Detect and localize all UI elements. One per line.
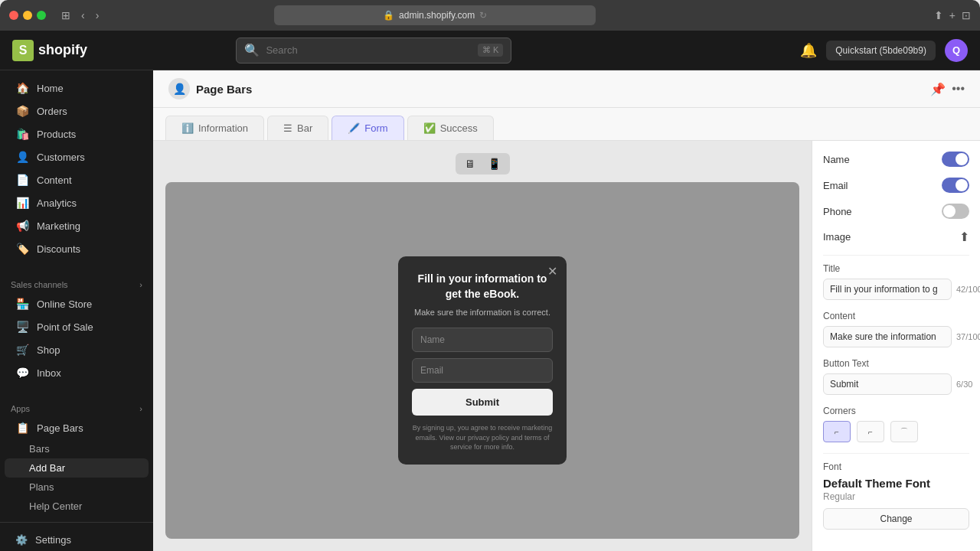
tab-form[interactable]: 🖊️ Form <box>332 116 403 140</box>
settings-divider-1 <box>823 255 969 256</box>
corner-sharp-btn[interactable]: ⌐ <box>823 421 851 442</box>
sidebar-item-analytics[interactable]: 📊 Analytics <box>5 191 149 214</box>
sidebar-settings[interactable]: ⚙️ Settings <box>5 529 149 551</box>
sidebar-item-customers[interactable]: 👤 Customers <box>5 145 149 168</box>
modal-close-button[interactable]: ✕ <box>547 264 557 279</box>
back-btn[interactable]: ‹ <box>78 8 88 23</box>
sidebar-item-products[interactable]: 🛍️ Products <box>5 122 149 145</box>
form-tab-icon: 🖊️ <box>348 122 360 134</box>
font-section: Default Theme Font Regular Change <box>823 477 969 530</box>
sidebar-sub-add-bar[interactable]: Add Bar <box>5 458 149 478</box>
sidebar-item-marketing[interactable]: 📢 Marketing <box>5 214 149 237</box>
new-tab-icon[interactable]: + <box>949 9 956 21</box>
sales-channels-label: Sales channels › <box>0 272 153 292</box>
tab-success[interactable]: ✅ Success <box>407 116 494 140</box>
sidebar-item-discounts[interactable]: 🏷️ Discounts <box>5 237 149 260</box>
pin-icon[interactable]: 📌 <box>930 82 946 96</box>
email-toggle[interactable] <box>942 178 969 193</box>
name-toggle[interactable] <box>942 152 969 167</box>
app-wrapper: S shopify 🔍 ⌘ K 🔔 Quickstart (5bde09b9) … <box>0 31 980 551</box>
sidebar-sub-help[interactable]: Help Center <box>5 497 149 516</box>
search-input[interactable] <box>266 44 472 56</box>
close-button[interactable] <box>9 11 18 20</box>
more-icon[interactable]: ••• <box>952 82 965 96</box>
analytics-icon: 📊 <box>15 197 29 209</box>
shopify-logo-icon: S <box>12 40 34 61</box>
settings-icon: ⚙️ <box>15 534 28 546</box>
settings-panel: Name Email Phone <box>812 141 980 551</box>
minimize-button[interactable] <box>23 11 32 20</box>
modal-name-input[interactable] <box>412 328 553 352</box>
reload-icon[interactable]: ↻ <box>479 10 487 21</box>
tab-bar[interactable]: ☰ Bar <box>267 116 328 140</box>
forward-btn[interactable]: › <box>93 8 103 23</box>
corner-slight-btn[interactable]: ⌐ <box>857 421 884 442</box>
title-field-label: Title <box>823 263 969 274</box>
avatar[interactable]: Q <box>945 39 968 62</box>
address-bar[interactable]: 🔒 admin.shopify.com ↻ <box>274 5 596 25</box>
email-toggle-thumb <box>956 179 968 191</box>
settings-divider-2 <box>823 453 969 454</box>
content-area: 👤 Page Bars 📌 ••• ℹ️ Information ☰ Bar <box>153 70 980 551</box>
settings-label: Settings <box>35 534 71 546</box>
button-text-input[interactable] <box>823 373 952 395</box>
phone-toggle[interactable] <box>942 204 969 219</box>
modal-email-input[interactable] <box>412 358 553 383</box>
button-text-field-label: Button Text <box>823 358 969 369</box>
upload-icon[interactable]: ⬆ <box>959 230 969 244</box>
search-bar[interactable]: 🔍 ⌘ K <box>236 37 511 64</box>
lock-icon: 🔒 <box>383 10 394 21</box>
mobile-view-btn[interactable]: 📱 <box>485 156 504 171</box>
sidebar-item-orders[interactable]: 📦 Orders <box>5 99 149 122</box>
expand-icon[interactable]: › <box>139 280 142 289</box>
shopify-logo-text: shopify <box>38 42 87 58</box>
sidebar-item-label: Inbox <box>37 367 61 379</box>
apps-expand-icon[interactable]: › <box>139 404 142 413</box>
sidebar-item-content[interactable]: 📄 Content <box>5 168 149 191</box>
sidebar-item-label: Home <box>37 83 64 94</box>
corners-row: ⌐ ⌐ ⌒ <box>823 421 969 442</box>
sidebar-item-label: Point of Sale <box>37 321 93 333</box>
phone-label: Phone <box>823 206 852 217</box>
sidebar-sub-bars[interactable]: Bars <box>5 439 149 458</box>
name-settings-row: Name <box>823 152 969 167</box>
page-header: 👤 Page Bars 📌 ••• <box>153 70 980 108</box>
sidebar-item-shop[interactable]: 🛒 Shop <box>5 338 149 361</box>
button-text-input-row: 6/30 <box>823 373 969 395</box>
sidebar-item-online-store[interactable]: 🏪 Online Store <box>5 292 149 315</box>
sidebar-sub-plans[interactable]: Plans <box>5 478 149 497</box>
font-style: Regular <box>823 491 969 502</box>
content-input[interactable] <box>823 326 952 347</box>
quickstart-button[interactable]: Quickstart (5bde09b9) <box>826 41 936 60</box>
phone-toggle-thumb <box>943 205 956 217</box>
tab-information[interactable]: ℹ️ Information <box>165 116 264 140</box>
modal-legal-text: By signing up, you agree to receive mark… <box>412 423 553 452</box>
desktop-view-btn[interactable]: 🖥 <box>462 156 479 171</box>
preview-canvas: ✕ Fill in your information to get the eB… <box>165 182 799 539</box>
notification-button[interactable]: 🔔 <box>800 42 817 59</box>
sidebar-item-pos[interactable]: 🖥️ Point of Sale <box>5 315 149 338</box>
split-view-icon[interactable]: ⊡ <box>962 9 971 21</box>
sidebar-item-page-bars[interactable]: 📋 Page Bars <box>5 416 149 439</box>
shopify-logo[interactable]: S shopify <box>12 40 87 61</box>
products-icon: 🛍️ <box>15 128 29 140</box>
maximize-button[interactable] <box>37 11 46 20</box>
sidebar-item-home[interactable]: 🏠 Home <box>5 77 149 99</box>
share-icon[interactable]: ⬆ <box>934 9 943 21</box>
modal-box: ✕ Fill in your information to get the eB… <box>398 256 567 465</box>
sidebar-bottom: ⚙️ Settings ℹ️ Non-transferable <box>0 516 153 551</box>
pos-icon: 🖥️ <box>15 321 29 333</box>
phone-settings-row: Phone <box>823 204 969 219</box>
title-input[interactable] <box>823 279 952 300</box>
apps-label: Apps › <box>0 396 153 416</box>
browser-actions: ⬆ + ⊡ <box>934 9 971 21</box>
change-font-button[interactable]: Change <box>823 508 969 530</box>
sidebar-toggle-btn[interactable]: ⊞ <box>58 8 74 23</box>
corner-round-btn[interactable]: ⌒ <box>890 421 918 442</box>
content-input-row: 37/100 <box>823 326 969 347</box>
sidebar-item-inbox[interactable]: 💬 Inbox <box>5 361 149 384</box>
sidebar-item-label: Page Bars <box>37 422 83 434</box>
modal-submit-button[interactable]: Submit <box>412 389 553 416</box>
email-label: Email <box>823 180 848 191</box>
font-name: Default Theme Font <box>823 477 969 490</box>
